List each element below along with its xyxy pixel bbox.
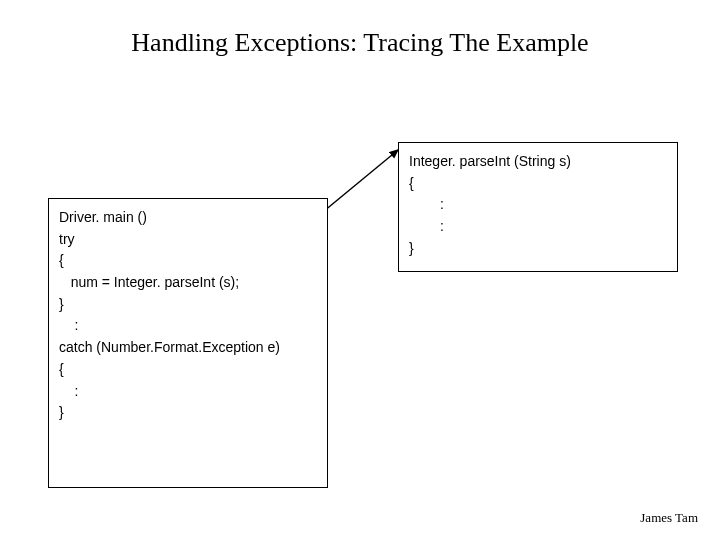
callee-box: Integer. parseInt (String s) { : : } xyxy=(398,142,678,272)
callee-code: Integer. parseInt (String s) { : : } xyxy=(399,143,677,267)
slide-title: Handling Exceptions: Tracing The Example xyxy=(0,28,720,58)
author-footer: James Tam xyxy=(640,510,698,526)
caller-box: Driver. main () try { num = Integer. par… xyxy=(48,198,328,488)
caller-code: Driver. main () try { num = Integer. par… xyxy=(49,199,327,432)
